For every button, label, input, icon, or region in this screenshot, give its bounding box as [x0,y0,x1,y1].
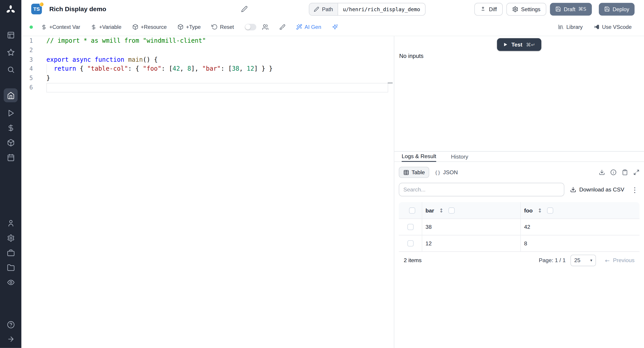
format-brush-icon[interactable] [279,24,285,30]
table-footer: 2 items Page: 1 / 1 25 ▾ ← P [399,252,639,268]
download-csv-button[interactable]: Download as CSV [570,186,624,193]
table-body: 3842128 [399,219,639,252]
briefcase-icon[interactable] [7,249,14,257]
sort-icon[interactable]: ↕ [439,207,444,214]
diff-button[interactable]: Diff [474,3,502,16]
add-context-var-button[interactable]: +Context Var [41,24,80,30]
tab-logs-result[interactable]: Logs & Result [402,153,436,162]
token-number: 8 [188,65,191,72]
topbar-actions: Diff Settings Draft ⌘S Deploy [474,3,634,16]
home-icon[interactable] [4,88,18,102]
content-split: 123456 // import * as wmill from "windmi… [22,36,644,348]
multiplayer-users-icon[interactable] [262,24,268,30]
package-icon[interactable] [7,139,14,147]
checkbox[interactable] [448,207,455,214]
sparkles-icon[interactable] [332,24,338,30]
code-line-1[interactable]: // import * as wmill from "windmill-clie… [46,36,388,46]
add-resource-button[interactable]: +Resource [132,24,167,30]
token-plain: ], [191,65,202,72]
vscode-button[interactable]: Use VScode [594,24,632,30]
add-variable-button[interactable]: +Variable [91,24,122,30]
view-table-button[interactable]: Table [399,167,429,178]
sidebar-group-main [4,88,18,162]
token-plain: { [76,65,87,72]
table-controls: Download as CSV ⋮ [399,183,639,196]
pagination: Page: 1 / 1 25 ▾ ← Previous [539,254,634,266]
search-icon[interactable] [7,66,14,74]
kebab-menu-icon[interactable]: ⋮ [630,186,640,194]
checkbox[interactable] [407,240,414,246]
settings-button[interactable]: Settings [506,3,546,16]
dollar-icon[interactable] [7,124,14,132]
column-label[interactable]: foo [524,207,533,214]
page-size-select[interactable]: 25 ▾ [571,254,596,266]
edit-summary-icon[interactable] [241,6,248,12]
row-select-cell [399,235,422,252]
expand-icon[interactable] [633,169,640,176]
result-view-toggle: Table {} JSON [399,167,462,178]
folder-icon[interactable] [7,264,14,272]
previous-page-button[interactable]: ← Previous [605,257,634,264]
edit-path-button[interactable]: Path [309,3,338,15]
token-plain: : { [128,65,143,72]
calendar-icon[interactable] [7,154,14,162]
view-json-button[interactable]: {} JSON [430,167,462,178]
checkbox[interactable] [407,224,414,230]
code-line-3[interactable]: export async function main() { [46,55,388,64]
token-string: "bar" [202,65,221,72]
info-icon[interactable] [610,169,616,176]
play-icon[interactable] [7,109,14,117]
table-row[interactable]: 128 [399,235,639,252]
path-label: Path [322,6,333,12]
diff-mode-toggle[interactable] [245,24,256,30]
user-icon[interactable] [7,220,14,227]
code-line-2[interactable] [46,46,388,55]
code-line-5[interactable]: } [46,74,388,83]
result-body: Table {} JSON [394,162,644,269]
help-icon[interactable] [7,321,14,328]
code-editor[interactable]: 123456 // import * as wmill from "windmi… [22,36,394,348]
token-plain [91,56,95,63]
cell-value: 8 [524,240,527,246]
token-keyword: function [94,56,124,63]
gear-icon[interactable] [7,234,14,242]
column-label[interactable]: bar [426,207,434,214]
reset-button[interactable]: Reset [211,24,234,30]
table-row[interactable]: 3842 [399,219,639,235]
eye-icon[interactable] [7,278,14,286]
no-inputs-label: No inputs [399,52,424,59]
token-number: 12 [247,65,254,72]
script-path[interactable]: u/henri/rich_display_demo [338,3,425,15]
deploy-button[interactable]: Deploy [598,3,634,16]
grid-icon[interactable] [7,31,14,39]
line-number: 6 [22,83,46,92]
json-braces-icon: {} [435,170,441,175]
copy-icon[interactable] [622,169,628,176]
select-all-cell [399,202,422,218]
download-icon[interactable] [599,169,605,176]
sort-icon[interactable]: ↕ [538,207,542,214]
checkbox[interactable] [547,207,553,214]
ai-gen-button[interactable]: AI Gen [296,24,321,30]
search-input[interactable] [399,183,564,196]
code-lines[interactable]: // import * as wmill from "windmill-clie… [46,36,394,348]
tab-history[interactable]: History [451,154,468,162]
result-area: Logs & ResultHistory Table {} JSON [394,151,644,348]
code-line-6[interactable] [46,83,388,92]
windmill-logo-icon[interactable] [5,4,16,16]
arrow-right-icon[interactable] [7,335,14,343]
token-plain [124,56,128,63]
test-button[interactable]: Test ⌘↵ [497,38,541,51]
add-type-button[interactable]: +Type [177,24,200,30]
table-cell: 42 [521,219,640,235]
star-icon[interactable] [7,48,14,56]
toolbar-toggle-group [245,24,268,30]
token-keyword: return [54,65,76,72]
table-cell: 12 [422,235,521,252]
language-badge-label: TS [33,6,40,12]
library-button[interactable]: Library [558,24,583,30]
checkbox[interactable] [409,207,415,214]
sidebar-group-admin [7,220,14,286]
code-line-4[interactable]: return { "table-col": { "foo": [42, 8], … [46,64,388,74]
draft-button[interactable]: Draft ⌘S [550,3,592,16]
